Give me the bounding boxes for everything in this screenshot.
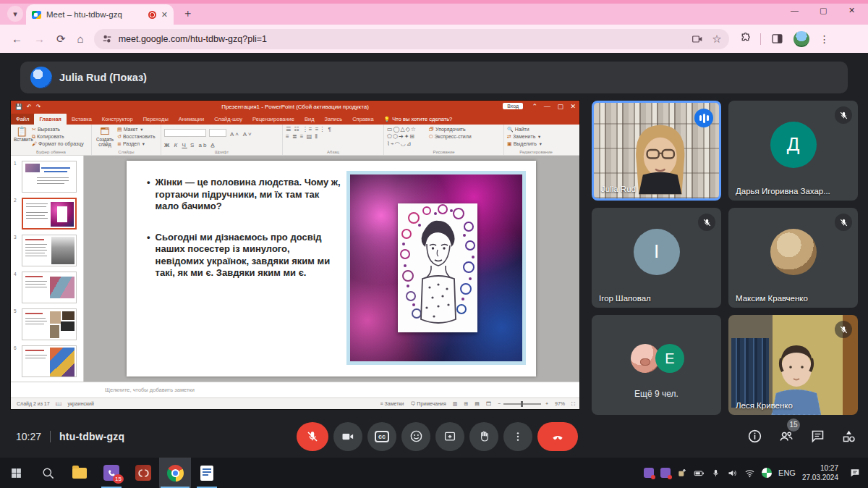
tray-mic-icon[interactable]: [711, 468, 720, 478]
ppt-find-button[interactable]: 🔍Найти: [507, 126, 565, 133]
tile-maksym[interactable]: Максим Кравченко: [728, 208, 858, 308]
chat-panel-button[interactable]: [810, 429, 825, 444]
ppt-tab-animations[interactable]: Анимации: [174, 114, 209, 125]
ppt-select-button[interactable]: ▣Выделить ▾: [507, 140, 565, 148]
notes-toggle[interactable]: ≡ Заметки: [380, 401, 404, 406]
tile-igor[interactable]: І Ігор Шаповал: [592, 208, 721, 308]
wifi-icon[interactable]: [744, 468, 755, 479]
ppt-align-buttons[interactable]: ≡ ≣ ≡ ▤ ⫴: [286, 133, 380, 140]
people-panel-button[interactable]: 15: [778, 429, 794, 445]
ppt-maximize-button[interactable]: ▢: [557, 103, 563, 110]
tray-updater-icon[interactable]: [677, 468, 687, 478]
slide-thumbnail[interactable]: 4: [14, 272, 79, 303]
ppt-tab-design[interactable]: Конструктор: [97, 114, 138, 125]
view-sorter-icon[interactable]: ⊞: [464, 401, 468, 407]
zoom-level[interactable]: 97%: [555, 401, 565, 406]
meeting-details-button[interactable]: [747, 429, 762, 444]
ppt-tab-view[interactable]: Вид: [299, 114, 320, 125]
captions-button[interactable]: cc: [367, 422, 396, 451]
ppt-tab-slideshow[interactable]: Слайд-шоу: [209, 114, 247, 125]
taskbar-search-button[interactable]: [32, 458, 64, 488]
ppt-underline-button[interactable]: Ч: [182, 142, 187, 148]
tab-search-chevron-icon[interactable]: ▾: [7, 6, 23, 22]
home-button[interactable]: ⌂: [77, 33, 84, 45]
ppt-notes-pane[interactable]: Щелкните, чтобы добавить заметки: [11, 382, 579, 397]
viber-button[interactable]: 15: [95, 458, 127, 488]
forward-button[interactable]: →: [34, 33, 45, 45]
start-button[interactable]: [0, 458, 32, 488]
browser-menu-icon[interactable]: ⋮: [820, 33, 830, 45]
side-panel-icon[interactable]: [771, 33, 783, 45]
site-settings-icon[interactable]: [101, 34, 113, 44]
reload-button[interactable]: ⟳: [56, 33, 66, 46]
ppt-tab-help[interactable]: Справка: [347, 114, 378, 125]
view-reading-icon[interactable]: ▤: [475, 401, 480, 407]
window-minimize-button[interactable]: —: [791, 6, 799, 14]
ppt-shadow-button[interactable]: S: [190, 142, 195, 148]
comments-toggle[interactable]: 🗨 Примечания: [410, 401, 446, 406]
slide-thumbnail[interactable]: 1: [14, 161, 79, 193]
taskbar-clock[interactable]: 10:27 27.03.2024: [802, 463, 838, 482]
ppt-ribbon-options-icon[interactable]: ⌃: [532, 103, 537, 110]
ppt-tell-me-box[interactable]: Что вы хотите сделать?: [379, 114, 458, 125]
profile-avatar[interactable]: [793, 31, 809, 47]
tab-close-icon[interactable]: ✕: [161, 10, 168, 20]
slide-thumbnail[interactable]: 5: [14, 308, 79, 340]
slide-thumbnail[interactable]: 3: [14, 235, 79, 266]
camera-toggle-button[interactable]: [333, 422, 362, 451]
ppt-shapes-gallery[interactable]: ▭◯△◇☆⬠⬡➔✦⊞⌇⌁◠◡⊿: [387, 126, 429, 148]
ppt-tab-home[interactable]: Главная: [34, 114, 67, 125]
reactions-button[interactable]: [401, 422, 430, 451]
ppt-paste-button[interactable]: 📋Вставить: [14, 126, 30, 142]
battery-icon[interactable]: [694, 468, 705, 479]
ppt-list-buttons[interactable]: ☰ ☷ ⋮≡ ≡⋮ ¶: [286, 126, 380, 133]
ppt-tab-insert[interactable]: Вставка: [67, 114, 97, 125]
ppt-new-slide-button[interactable]: 🗔Создать слайд: [95, 126, 115, 147]
window-maximize-button[interactable]: ▢: [820, 6, 827, 15]
fit-slide-icon[interactable]: ⛶: [571, 401, 575, 407]
activities-button[interactable]: [841, 429, 856, 444]
camera-permission-icon[interactable]: [692, 33, 703, 45]
red-app-button[interactable]: [127, 458, 159, 488]
action-center-icon[interactable]: [849, 467, 861, 479]
ppt-italic-button[interactable]: К: [174, 142, 179, 148]
slide-thumbnail-selected[interactable]: 2: [14, 198, 79, 230]
ppt-font-name-box[interactable]: [164, 129, 206, 137]
word-taskbar-button[interactable]: [191, 458, 223, 488]
volume-icon[interactable]: [727, 468, 738, 479]
back-button[interactable]: ←: [12, 33, 22, 45]
tray-viber-icon[interactable]: [644, 468, 654, 478]
tile-darya[interactable]: Д Дарья Игоривна Захар...: [728, 101, 858, 201]
bookmark-star-icon[interactable]: ☆: [712, 33, 721, 46]
tile-lesya[interactable]: Леся Кривенко: [728, 315, 858, 415]
slide-thumbnail[interactable]: 6: [14, 345, 79, 377]
language-switcher[interactable]: ENG: [778, 468, 796, 477]
ppt-signin-button[interactable]: Вход: [503, 103, 523, 109]
tile-julia-rud[interactable]: Julia Rud: [592, 101, 721, 201]
ppt-font-color-button[interactable]: A̲: [210, 142, 216, 148]
chrome-taskbar-button[interactable]: [159, 458, 191, 488]
raise-hand-button[interactable]: [469, 422, 498, 451]
browser-tab[interactable]: Meet – htu-tdbw-gzq ✕: [26, 4, 174, 25]
view-slideshow-icon[interactable]: 🗖: [486, 401, 491, 406]
present-button[interactable]: [435, 422, 464, 451]
ppt-tab-file[interactable]: Файл: [11, 114, 34, 125]
zoom-slider[interactable]: [503, 403, 541, 405]
new-tab-button[interactable]: ＋: [182, 7, 193, 20]
ppt-strikethrough-button[interactable]: ab: [199, 142, 208, 148]
spellcheck-icon[interactable]: 📖: [56, 401, 62, 407]
ppt-font-size-box[interactable]: [209, 129, 226, 137]
more-options-button[interactable]: [503, 422, 532, 451]
leave-call-button[interactable]: [537, 422, 578, 451]
ppt-minimize-button[interactable]: —: [544, 103, 550, 110]
ppt-tab-transitions[interactable]: Переходы: [138, 114, 174, 125]
tray-viber-icon-2[interactable]: [660, 468, 671, 478]
address-bar[interactable]: meet.google.com/htu-tdbw-gzq?pli=1 ☆: [94, 29, 729, 49]
extensions-icon[interactable]: [739, 33, 752, 45]
ppt-bold-button[interactable]: Ж: [164, 142, 171, 148]
zoom-out-button[interactable]: −: [498, 401, 501, 406]
file-explorer-button[interactable]: [64, 458, 95, 488]
window-close-button[interactable]: ✕: [848, 6, 855, 15]
language-indicator[interactable]: украинский: [67, 401, 94, 406]
ppt-tab-record[interactable]: Запись: [320, 114, 348, 125]
